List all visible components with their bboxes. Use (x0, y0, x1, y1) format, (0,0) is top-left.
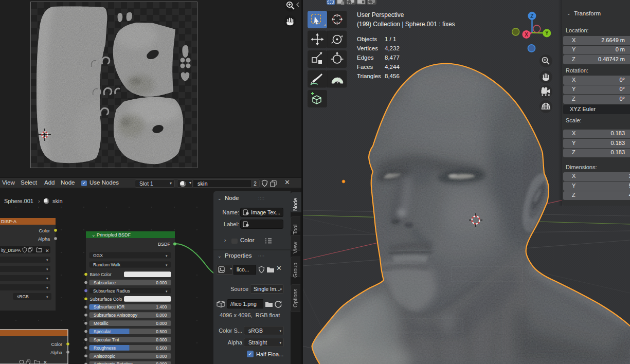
svg-text:Edges: Edges (357, 54, 374, 61)
svg-text:4,244: 4,244 (385, 64, 400, 70)
svg-text:Subsurface: Subsurface (94, 280, 116, 285)
svg-text:▾: ▾ (46, 277, 48, 280)
svg-text:0.000: 0.000 (156, 280, 167, 285)
svg-text:8,456: 8,456 (385, 73, 400, 79)
svg-text:Specular Tint: Specular Tint (94, 337, 119, 342)
svg-text:0.500: 0.500 (156, 329, 167, 334)
svg-text:Subsurface IOR: Subsurface IOR (94, 304, 124, 310)
svg-text:BSDF: BSDF (158, 242, 171, 247)
svg-text:0.000: 0.000 (156, 321, 167, 326)
svg-text:8,477: 8,477 (385, 54, 400, 61)
svg-text:Roughness: Roughness (94, 345, 116, 351)
svg-text:✕: ✕ (45, 248, 49, 253)
svg-text:Subsurface Radius: Subsurface Radius (93, 288, 130, 294)
svg-text:Faces: Faces (357, 64, 373, 70)
svg-text:1 / 1: 1 / 1 (385, 36, 396, 42)
svg-text:Z: Z (530, 13, 533, 19)
svg-text:▾: ▾ (46, 267, 48, 271)
svg-text:(199) Collection | Sphere.001: (199) Collection | Sphere.001 : fixes (357, 21, 455, 28)
svg-text:Anisotropic Rotation: Anisotropic Rotation (94, 361, 133, 364)
svg-text:0.500: 0.500 (156, 345, 167, 351)
svg-text:Vertices: Vertices (357, 45, 378, 51)
svg-text:⌄ Principled BSDF: ⌄ Principled BSDF (92, 232, 131, 238)
svg-text:Alpha: Alpha (38, 236, 50, 242)
svg-text:User Perspective: User Perspective (357, 11, 404, 19)
svg-text:▾: ▾ (46, 258, 48, 262)
svg-text:ity_DISPA: ity_DISPA (1, 248, 21, 253)
svg-text:Random Walk: Random Walk (93, 262, 121, 267)
svg-text:Color: Color (51, 342, 62, 347)
svg-text:Objects: Objects (357, 36, 377, 42)
svg-text:▾: ▾ (166, 263, 168, 267)
svg-text:▾: ▾ (166, 289, 168, 293)
svg-text:Anisotropic: Anisotropic (94, 354, 116, 359)
svg-text:sRGB: sRGB (17, 294, 29, 299)
svg-text:GGX: GGX (93, 253, 103, 258)
svg-text:X: X (525, 32, 528, 38)
svg-text:0.000: 0.000 (156, 313, 167, 318)
svg-text:Alpha: Alpha (50, 350, 62, 355)
svg-text:✕: ✕ (43, 360, 47, 364)
svg-text:DISP-A: DISP-A (1, 219, 16, 224)
svg-text:Base Color: Base Color (90, 272, 112, 277)
svg-text:Subsurface Colo: Subsurface Colo (90, 297, 122, 302)
svg-text:Y: Y (545, 30, 549, 36)
svg-text:▾: ▾ (166, 254, 168, 258)
svg-text:Subsurface Anisotropy: Subsurface Anisotropy (94, 313, 138, 318)
svg-text:Color: Color (39, 228, 50, 233)
svg-text:Metallic: Metallic (94, 321, 109, 326)
svg-text:▾: ▾ (46, 295, 48, 299)
svg-text:Specular: Specular (94, 329, 111, 334)
svg-text:Triangles: Triangles (357, 73, 381, 79)
svg-text:0.000: 0.000 (156, 337, 167, 342)
svg-text:▾: ▾ (46, 286, 48, 289)
svg-text:4,232: 4,232 (385, 45, 400, 51)
svg-text:0.000: 0.000 (156, 361, 167, 364)
svg-text:1.400: 1.400 (156, 304, 167, 310)
svg-text:0.000: 0.000 (156, 354, 167, 359)
